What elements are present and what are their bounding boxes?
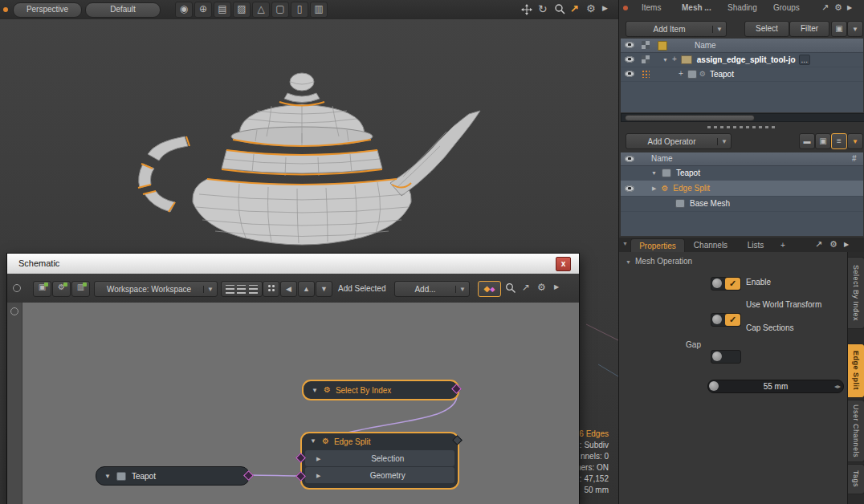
- panel-popout-icon[interactable]: ↗: [821, 3, 829, 12]
- tab-shading[interactable]: Shading: [727, 3, 757, 12]
- align-down-icon[interactable]: ▼: [316, 281, 332, 297]
- select-button[interactable]: Select: [744, 21, 789, 37]
- create-workspace-icon[interactable]: ⚙: [52, 281, 71, 297]
- pan-view-icon[interactable]: [520, 3, 533, 18]
- wireframe-view-icon[interactable]: ▨: [233, 2, 251, 18]
- tab-add[interactable]: +: [776, 238, 789, 252]
- tab-groups[interactable]: Groups: [773, 3, 800, 12]
- add-item-dropdown[interactable]: Add Item ▼: [626, 21, 727, 37]
- ops-filter-arrow-icon[interactable]: ▼: [847, 133, 863, 149]
- create-node-icon[interactable]: ▣: [33, 281, 51, 297]
- item-list-scrollbar-thumb[interactable]: [625, 115, 755, 121]
- ops-row-teapot[interactable]: ▼ Teapot: [621, 165, 863, 181]
- node-edge-split[interactable]: ▼ ⚙ Edge Split ▶ Selection ▶ Geometry: [300, 432, 459, 490]
- ghost-mode-icon[interactable]: △: [252, 2, 270, 18]
- tab-lists[interactable]: Lists: [738, 238, 773, 252]
- gap-mini-slider-icon[interactable]: [709, 381, 719, 391]
- viewport-settings-gear-icon[interactable]: ⚙: [586, 3, 596, 14]
- align-up-icon[interactable]: ▲: [298, 281, 315, 297]
- node-collapse-icon[interactable]: ▼: [104, 473, 111, 480]
- side-tab-tags[interactable]: Tags: [848, 464, 864, 494]
- schematic-gear-icon[interactable]: ⚙: [537, 282, 546, 292]
- item-row-assembly[interactable]: ▼ + assign_edge_split_tool-jo ...: [621, 52, 863, 67]
- tab-mesh-ops[interactable]: Mesh ...: [682, 3, 711, 12]
- tree-plus-icon[interactable]: +: [672, 55, 677, 63]
- panel-glyph: ▣: [819, 137, 826, 145]
- side-tab-edge-split[interactable]: Edge Split: [848, 343, 864, 398]
- item-list-scrollbar[interactable]: [621, 113, 864, 122]
- ops-view-list-icon[interactable]: ≡: [831, 133, 847, 149]
- properties-popout-icon[interactable]: ↗: [815, 240, 822, 249]
- gap-stepper-icon[interactable]: ◂▸: [834, 380, 841, 392]
- viewport-menu-arrow-icon[interactable]: ▶: [602, 5, 608, 12]
- align-left-icon[interactable]: ◀: [280, 281, 297, 297]
- ops-view-monitor-icon[interactable]: ▬: [799, 133, 815, 149]
- quad-view-icon[interactable]: ▥: [310, 2, 328, 18]
- panel-menu-arrow-icon[interactable]: ▶: [847, 5, 852, 11]
- render-camera-icon[interactable]: ◉: [175, 2, 193, 18]
- schematic-window[interactable]: Schematic x ▣ ⚙ ▥ Workspace: Workspace ▼…: [6, 253, 580, 504]
- expand-arrow-icon[interactable]: ▼: [662, 57, 668, 63]
- add-node-dropdown[interactable]: Add... ▼: [394, 281, 470, 297]
- side-tab-select-by-index[interactable]: Select By Index: [848, 257, 864, 329]
- properties-gear-icon[interactable]: ⚙: [829, 240, 838, 249]
- zoom-view-icon[interactable]: [554, 3, 566, 17]
- expand-arrow-icon[interactable]: ▶: [652, 185, 656, 191]
- node-select-by-index[interactable]: ▼ ⚙ Select By Index: [302, 380, 459, 400]
- tab-channels[interactable]: Channels: [687, 238, 735, 252]
- snap-grid-icon[interactable]: [263, 281, 279, 297]
- schematic-close-button[interactable]: x: [556, 257, 571, 271]
- use-world-transform-checkbox[interactable]: ✓: [711, 313, 741, 327]
- edge-split-selection-slot[interactable]: ▶ Selection: [305, 450, 454, 466]
- enable-checkbox[interactable]: ✓: [711, 277, 741, 291]
- schematic-menu-arrow-icon[interactable]: ▶: [554, 284, 559, 291]
- gap-input[interactable]: 55 mm ◂▸: [707, 380, 844, 393]
- schematic-titlebar[interactable]: Schematic x: [7, 254, 579, 274]
- single-view-icon[interactable]: ▢: [271, 2, 289, 18]
- schematic-popout-icon[interactable]: ↗: [522, 282, 530, 292]
- edge-split-node-header[interactable]: ▼ ⚙ Edge Split: [302, 433, 458, 449]
- tabbar-collapse-icon[interactable]: ▼: [622, 241, 628, 246]
- node-collapse-icon[interactable]: ▼: [312, 387, 318, 394]
- side-tab-user-channels[interactable]: User Channels: [848, 400, 864, 462]
- item-visibility-eye-icon[interactable]: [625, 56, 634, 63]
- ops-row-edge-split[interactable]: ▶ ⚙ Edge Split: [621, 181, 863, 197]
- filter-button[interactable]: Filter: [789, 21, 829, 37]
- node-teapot[interactable]: ▼ Teapot: [96, 466, 250, 486]
- tree-plus-icon[interactable]: +: [679, 70, 683, 78]
- maximize-viewport-icon[interactable]: ↗: [570, 3, 579, 14]
- rotate-view-icon[interactable]: ↻: [538, 3, 548, 14]
- ops-row-base-mesh[interactable]: Base Mesh: [621, 196, 863, 212]
- add-operator-dropdown[interactable]: Add Operator ▼: [626, 133, 732, 149]
- split-view-icon[interactable]: ▯: [291, 2, 308, 18]
- duplicate-node-icon[interactable]: ▥: [71, 281, 90, 297]
- layout-presets-icon[interactable]: [221, 281, 263, 297]
- workspace-dropdown[interactable]: Workspace: Workspace ▼: [94, 281, 218, 297]
- schematic-search-icon[interactable]: [505, 282, 516, 295]
- tab-properties[interactable]: Properties: [630, 238, 685, 253]
- perspective-dropdown[interactable]: Perspective: [13, 2, 82, 18]
- collapse-arrow-icon[interactable]: ▼: [651, 170, 657, 176]
- op-visibility-eye-icon[interactable]: [625, 185, 634, 192]
- environment-icon[interactable]: ⊕: [194, 2, 212, 18]
- node-collapse-icon[interactable]: ▼: [310, 438, 316, 445]
- shaded-view-icon[interactable]: ▤: [214, 2, 231, 18]
- item-render-dots-icon[interactable]: [642, 70, 650, 78]
- mesh-operation-collapse-icon[interactable]: ▼: [626, 259, 631, 265]
- link-mode-icon[interactable]: ◆◆: [478, 281, 501, 297]
- schematic-canvas[interactable]: ▼ ⚙ Select By Index ▼ ⚙ Edge Split ▶ Sel…: [7, 303, 579, 504]
- panel-gear-icon[interactable]: ⚙: [834, 3, 842, 12]
- item-render-toggle-icon[interactable]: [642, 55, 650, 63]
- list-options-icon[interactable]: ▼: [847, 21, 863, 37]
- add-selected-button[interactable]: Add Selected: [338, 284, 386, 293]
- properties-menu-arrow-icon[interactable]: ▶: [844, 242, 849, 248]
- item-visibility-eye-icon[interactable]: [625, 71, 634, 77]
- item-row-teapot[interactable]: + ⚙ Teapot: [621, 67, 863, 82]
- ops-view-panel-icon[interactable]: ▣: [815, 133, 831, 149]
- edge-split-geometry-slot[interactable]: ▶ Geometry: [305, 467, 454, 483]
- shading-style-dropdown[interactable]: Default: [85, 2, 161, 18]
- panel-resize-handle[interactable]: [707, 126, 776, 128]
- cap-sections-checkbox[interactable]: [711, 350, 741, 364]
- list-style-icon[interactable]: ▣: [831, 21, 847, 37]
- tab-items[interactable]: Items: [642, 3, 661, 12]
